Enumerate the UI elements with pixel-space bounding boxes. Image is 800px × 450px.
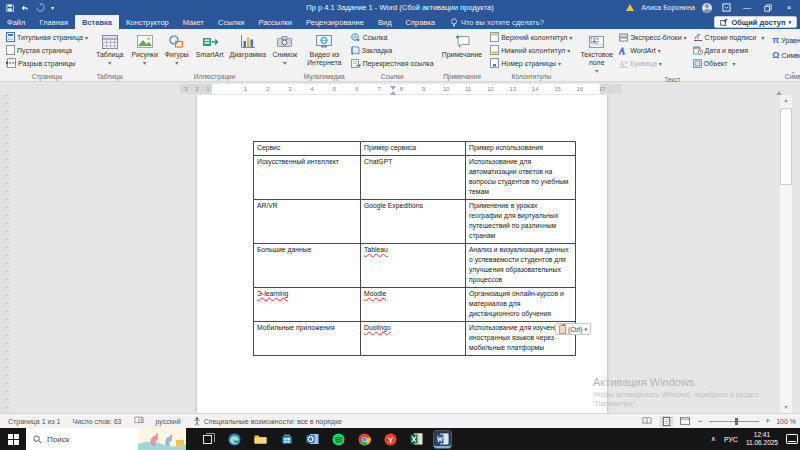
vertical-ruler[interactable] bbox=[0, 95, 9, 413]
table-cell[interactable]: Анализ и визуализация данных о успеваемо… bbox=[466, 244, 576, 288]
redo-icon[interactable] bbox=[36, 3, 45, 12]
word-count[interactable]: Число слов: 63 bbox=[72, 418, 121, 425]
zoom-out-button[interactable]: − bbox=[698, 416, 703, 426]
table-cell[interactable]: Google Expeditions bbox=[361, 200, 466, 244]
zoom-slider-thumb[interactable] bbox=[735, 418, 738, 425]
scrollbar-thumb[interactable] bbox=[780, 108, 792, 185]
tab-рассылки[interactable]: Рассылки bbox=[251, 15, 299, 29]
table-cell[interactable]: Большие данные bbox=[254, 244, 361, 288]
table-header-cell[interactable]: Пример сервиса bbox=[361, 142, 466, 156]
language-indicator[interactable]: русский bbox=[156, 418, 181, 425]
table-cell[interactable]: Искусственный интеллект bbox=[254, 156, 361, 200]
tab-рецензирование[interactable]: Рецензирование bbox=[299, 15, 371, 29]
zoom-in-button[interactable]: + bbox=[765, 416, 770, 426]
read-mode-icon[interactable] bbox=[641, 416, 654, 427]
table-button[interactable]: Таблица ▾ bbox=[94, 31, 125, 72]
online-video-button[interactable]: Видео из Интернета bbox=[304, 31, 345, 72]
edge-icon[interactable] bbox=[226, 431, 243, 448]
bookmark-button[interactable]: Закладка bbox=[349, 44, 436, 56]
close-button[interactable]: × bbox=[782, 0, 796, 15]
minimize-button[interactable]: — bbox=[740, 0, 754, 15]
pictures-button[interactable]: Рисунки▾ bbox=[129, 31, 159, 72]
page-break-button[interactable]: Разрыв страницы bbox=[4, 57, 90, 69]
table-header-cell[interactable]: Сервис bbox=[254, 142, 361, 156]
table-cell[interactable]: Организация онлайн-курсов и материалов д… bbox=[466, 288, 576, 322]
tray-expand-icon[interactable]: ∧ bbox=[711, 435, 716, 443]
tab-конструктор[interactable]: Конструктор bbox=[119, 15, 176, 29]
table-cell[interactable]: Moodle bbox=[361, 288, 466, 322]
vertical-scrollbar[interactable]: ▴ ▾ bbox=[780, 95, 792, 413]
blank-page-button[interactable]: Пустая страница bbox=[4, 44, 90, 56]
excel-icon[interactable] bbox=[408, 431, 425, 448]
print-layout-icon[interactable] bbox=[660, 416, 673, 427]
tab-файл[interactable]: Файл bbox=[0, 15, 32, 29]
tab-макет[interactable]: Макет bbox=[176, 15, 211, 29]
restore-button[interactable] bbox=[761, 0, 775, 15]
smartart-button[interactable]: SmartArt bbox=[194, 31, 226, 72]
microsoft-store-icon[interactable] bbox=[278, 431, 295, 448]
start-button[interactable] bbox=[0, 428, 26, 450]
input-language[interactable]: РУС bbox=[724, 436, 738, 443]
tab-справка[interactable]: Справка bbox=[399, 15, 442, 29]
page-number-button[interactable]: Номер страницы▾ bbox=[488, 57, 574, 69]
document-page[interactable]: СервисПример сервисаПример использования… bbox=[197, 95, 607, 413]
share-button[interactable]: Общий доступ ▾ bbox=[714, 16, 797, 28]
table-cell[interactable]: Tableau bbox=[361, 244, 466, 288]
account-name[interactable]: Алиса Боронина bbox=[641, 4, 695, 11]
header-button[interactable]: Верхний колонтитул▾ bbox=[488, 31, 574, 43]
yandex-browser-icon[interactable]: Y bbox=[382, 431, 399, 448]
proofing-status-icon[interactable] bbox=[134, 416, 144, 426]
content-table[interactable]: СервисПример сервисаПример использования… bbox=[253, 141, 576, 356]
task-view-icon[interactable] bbox=[200, 431, 217, 448]
taskbar-search-input[interactable]: Поиск bbox=[26, 428, 186, 450]
tab-главная[interactable]: Главная bbox=[32, 15, 75, 29]
zoom-level[interactable]: 100 % bbox=[776, 418, 796, 425]
table-cell[interactable]: Э-learning bbox=[254, 288, 361, 322]
save-icon[interactable] bbox=[6, 4, 14, 12]
first-line-indent-marker[interactable] bbox=[390, 86, 396, 90]
comment-button[interactable]: Примечание bbox=[440, 31, 485, 72]
drop-cap-button[interactable]: A Буквица▾ bbox=[617, 57, 688, 69]
customize-qat-icon[interactable]: ▾ bbox=[51, 4, 54, 11]
horizontal-ruler[interactable]: 3211234567891011121314151617 bbox=[180, 84, 622, 94]
wordart-button[interactable]: A WordArt▾ bbox=[617, 44, 688, 56]
table-cell[interactable]: Применение в уроках географии для виртуа… bbox=[466, 200, 576, 244]
zoom-slider[interactable] bbox=[709, 421, 759, 422]
scroll-down-icon[interactable]: ▾ bbox=[780, 402, 792, 413]
table-cell[interactable]: AR/VR bbox=[254, 200, 361, 244]
text-box-button[interactable]: A Текстовое поле▾ bbox=[578, 31, 615, 75]
link-button[interactable]: Ссылка bbox=[349, 31, 436, 43]
chart-button[interactable]: Диаграмма bbox=[227, 31, 267, 72]
user-avatar[interactable] bbox=[702, 3, 712, 13]
collapse-ribbon-icon[interactable]: ⌃ bbox=[790, 71, 796, 79]
cross-reference-button[interactable]: Перекрестная ссылка bbox=[349, 57, 436, 69]
signature-line-button[interactable]: Строки подписи▾ bbox=[691, 31, 767, 43]
table-cell[interactable]: ChatGPT bbox=[361, 156, 466, 200]
spotify-icon[interactable] bbox=[330, 431, 347, 448]
shapes-button[interactable]: Фигуры▾ bbox=[162, 31, 192, 72]
table-cell[interactable]: Использование для автоматизации ответов … bbox=[466, 156, 576, 200]
tab-вставка[interactable]: Вставка bbox=[75, 15, 119, 29]
ribbon-display-options-button[interactable] bbox=[719, 0, 733, 15]
paste-options-button[interactable]: (Ctrl) ▾ bbox=[555, 323, 591, 335]
footer-button[interactable]: Нижний колонтитул▾ bbox=[488, 44, 574, 56]
screenshot-button[interactable]: Снимок▾ bbox=[270, 31, 300, 72]
word-icon[interactable] bbox=[434, 431, 451, 448]
undo-icon[interactable] bbox=[20, 4, 30, 12]
chrome-icon[interactable] bbox=[356, 431, 373, 448]
equation-button[interactable]: π Уравнение▾ bbox=[770, 34, 800, 46]
quick-parts-button[interactable]: Экспресс-блоки▾ bbox=[617, 31, 688, 43]
web-layout-icon[interactable] bbox=[679, 416, 692, 427]
object-button[interactable]: Объект▾ bbox=[691, 57, 767, 69]
symbol-button[interactable]: Ω Символ▾ bbox=[770, 49, 800, 61]
action-center-icon[interactable] bbox=[786, 434, 798, 444]
table-header-cell[interactable]: Пример использования bbox=[466, 142, 576, 156]
page-indicator[interactable]: Страница 1 из 1 bbox=[8, 418, 60, 425]
tell-me-box[interactable]: Что вы хотите сделать? bbox=[442, 15, 544, 29]
table-cell[interactable]: Duolingo bbox=[361, 322, 466, 356]
clock[interactable]: 12:4111.06.2025 bbox=[746, 431, 778, 447]
scroll-up-icon[interactable]: ▴ bbox=[780, 95, 792, 106]
table-cell[interactable]: Мобильные приложения bbox=[254, 322, 361, 356]
tab-вид[interactable]: Вид bbox=[371, 15, 399, 29]
accessibility-status[interactable]: Специальные возможности: все в порядке bbox=[193, 417, 342, 426]
